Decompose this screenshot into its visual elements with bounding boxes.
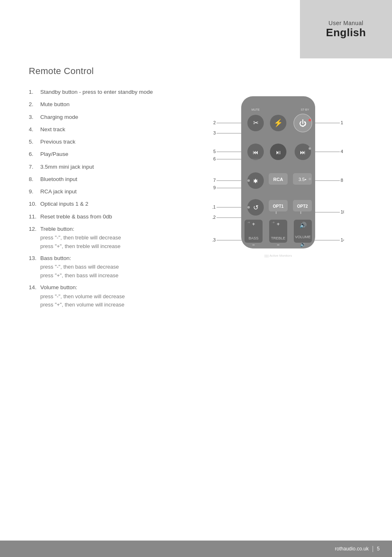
svg-text:ST·BY: ST·BY: [301, 108, 309, 111]
item-number: 6.: [29, 150, 40, 158]
svg-text:7: 7: [213, 178, 216, 183]
item-sub-description: press "-", then treble will decrease: [40, 234, 168, 242]
svg-text:9: 9: [213, 185, 216, 190]
svg-text:↺: ↺: [253, 204, 258, 211]
footer-page: 5: [377, 546, 380, 552]
svg-text:🔉: 🔉: [300, 241, 306, 247]
list-item: 6.Play/Pause: [29, 150, 168, 158]
list-item: 1.Standby button - press to enter standb…: [29, 88, 168, 96]
two-column-layout: 1.Standby button - press to enter standb…: [29, 88, 371, 313]
item-description: Treble button:press "-", then treble wil…: [40, 225, 168, 250]
footer: rothaudio.co.uk | 5: [0, 541, 392, 557]
svg-point-19: [247, 179, 250, 182]
list-item: 9.RCA jack input: [29, 188, 168, 196]
list-item: 2.Mute button: [29, 100, 168, 109]
item-description: 3.5mm mini jack input: [40, 163, 168, 171]
item-number: 5.: [29, 138, 40, 146]
item-description: Bass button:press "-", then bass will de…: [40, 254, 168, 279]
item-description: Play/Pause: [40, 150, 168, 158]
header-banner: User Manual English: [300, 0, 392, 58]
item-sub-description: press "-", then volume will decrease: [40, 292, 168, 301]
item-number: 13.: [29, 254, 40, 279]
item-number: 4.: [29, 125, 40, 134]
remote-diagram-wrapper: MUTE ST·BY ✂ ⚡ ⏻: [212, 92, 344, 265]
item-number: 10.: [29, 200, 40, 208]
svg-text:14: 14: [341, 237, 344, 242]
list-item: 5.Previous track: [29, 138, 168, 146]
svg-point-27: [247, 206, 250, 209]
item-number: 8.: [29, 175, 40, 183]
svg-text:MUTE: MUTE: [251, 108, 260, 111]
svg-text:3.5•: 3.5•: [298, 177, 306, 182]
svg-text:VOLUME: VOLUME: [295, 235, 311, 239]
svg-text:BASS: BASS: [249, 236, 258, 240]
svg-text:✂: ✂: [253, 119, 258, 126]
svg-text:1: 1: [341, 120, 343, 125]
svg-text:·+: ·+: [272, 220, 275, 225]
item-sub-description: press "+", then bass will increase: [40, 272, 168, 280]
svg-text:OPT1: OPT1: [273, 204, 284, 209]
list-item: 13.Bass button:press "-", then bass will…: [29, 254, 168, 279]
list-item: 11.Reset treble & bass from 0db: [29, 213, 168, 221]
item-sub-description: press "-", then bass will decrease: [40, 263, 168, 271]
list-item: 7.3.5mm mini jack input: [29, 163, 168, 171]
svg-text:−: −: [252, 242, 255, 247]
item-list-column: 1.Standby button - press to enter standb…: [29, 88, 168, 313]
svg-text:13: 13: [212, 237, 216, 242]
svg-text:12: 12: [212, 215, 216, 220]
list-item: 3.Charging mode: [29, 113, 168, 121]
item-description: Next track: [40, 125, 168, 134]
item-number: 1.: [29, 88, 40, 96]
svg-text:⏯: ⏯: [275, 149, 281, 155]
svg-text:8: 8: [341, 178, 343, 183]
list-item: 12.Treble button:press "-", then treble …: [29, 225, 168, 250]
svg-text:||||| Active Monitors: ||||| Active Monitors: [265, 254, 292, 258]
item-description: Optical inputs 1 & 2: [40, 200, 168, 208]
svg-text:OPT2: OPT2: [297, 204, 308, 209]
item-number: 11.: [29, 213, 40, 221]
item-number: 12.: [29, 225, 40, 250]
item-description: Bluetooth input: [40, 175, 168, 183]
svg-text:4: 4: [341, 149, 343, 154]
diagram-column: MUTE ST·BY ✂ ⚡ ⏻: [185, 88, 371, 313]
item-description: Charging mode: [40, 113, 168, 121]
svg-text:RCA: RCA: [273, 177, 283, 182]
item-list: 1.Standby button - press to enter standb…: [29, 88, 168, 309]
svg-text:✱: ✱: [253, 178, 258, 184]
svg-text:10: 10: [341, 209, 344, 214]
svg-text:−: −: [277, 242, 279, 247]
item-number: 7.: [29, 163, 40, 171]
english-label: English: [326, 26, 366, 39]
item-number: 9.: [29, 188, 40, 196]
svg-text:+: +: [277, 221, 280, 227]
svg-text:·+: ·+: [247, 220, 250, 225]
item-description: RCA jack input: [40, 188, 168, 196]
footer-divider: |: [372, 545, 374, 552]
list-item: 4.Next track: [29, 125, 168, 134]
list-item: 8.Bluetooth input: [29, 175, 168, 183]
svg-text:⏮: ⏮: [253, 149, 258, 155]
item-number: 2.: [29, 100, 40, 109]
item-description: Reset treble & bass from 0db: [40, 213, 168, 221]
svg-text:⏻: ⏻: [299, 119, 307, 128]
svg-text:2: 2: [213, 120, 216, 125]
item-description: Standby button - press to enter standby …: [40, 88, 168, 96]
svg-point-16: [309, 147, 311, 150]
item-number: 3.: [29, 113, 40, 121]
item-sub-description: press "+", then treble will increase: [40, 242, 168, 251]
svg-text:3: 3: [213, 130, 216, 135]
svg-point-24: [309, 178, 311, 180]
remote-control-diagram: MUTE ST·BY ✂ ⚡ ⏻: [212, 92, 344, 265]
user-manual-label: User Manual: [329, 20, 364, 26]
item-description: Mute button: [40, 100, 168, 109]
svg-text:5: 5: [213, 149, 216, 154]
svg-text:🔊: 🔊: [300, 222, 307, 229]
list-item: 10.Optical inputs 1 & 2: [29, 200, 168, 208]
item-sub-description: press "+", then volume will increase: [40, 301, 168, 309]
svg-text:⏭: ⏭: [300, 149, 306, 155]
svg-text:TREBLE: TREBLE: [271, 236, 285, 240]
svg-point-9: [309, 119, 311, 121]
svg-text:+: +: [252, 221, 255, 227]
svg-text:6: 6: [213, 156, 216, 161]
item-description: Previous track: [40, 138, 168, 146]
